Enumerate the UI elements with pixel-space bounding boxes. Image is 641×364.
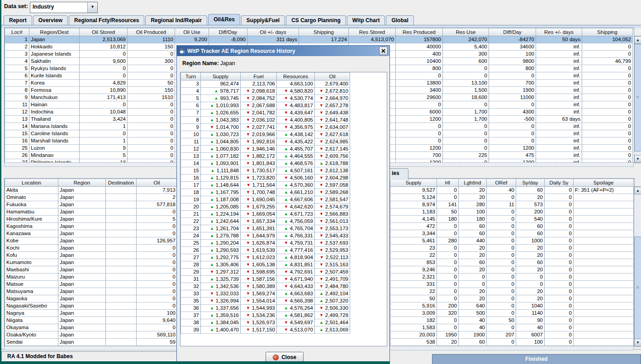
- column-header[interactable]: Loc#: [5, 28, 29, 36]
- column-header[interactable]: Location: [5, 179, 58, 187]
- column-header[interactable]: HI: [437, 179, 459, 187]
- table-row[interactable]: 39▲1,400,470▼1,517,150▼4,513,070▲2,513,0…: [181, 326, 350, 334]
- table-row[interactable]: Hiroshima/KureJapan5: [5, 216, 177, 223]
- column-header[interactable]: Oil Stored: [80, 28, 128, 36]
- table-row[interactable]: MaizuruJapan0: [5, 274, 177, 281]
- table-row[interactable]: 18204050900: [390, 317, 634, 324]
- table-row[interactable]: 19▲1,187,008▼1,690,045▲4,667,606▼2,581,5…: [181, 196, 350, 203]
- scrollbar-thumb[interactable]: ≡: [634, 236, 641, 339]
- table-row[interactable]: 35▼1,326,994▼1,554,014▼4,566,398▲2,507,3…: [181, 298, 350, 305]
- table-row[interactable]: 14▲1,093,901▼1,801,843▲4,468,576▲2,618,7…: [181, 160, 350, 167]
- table-row[interactable]: 2,32100000: [390, 274, 634, 281]
- table-row[interactable]: FukuokaJapan577,818: [5, 201, 177, 208]
- vertical-scrollbar[interactable]: ▲ ≡ ▼: [634, 186, 641, 347]
- column-header[interactable]: Oil: [137, 179, 177, 187]
- column-header[interactable]: Destination: [106, 179, 137, 187]
- column-header[interactable]: Region/Dest: [29, 28, 80, 36]
- column-header[interactable]: Sy/day: [516, 179, 545, 187]
- table-row[interactable]: 538206001000: [390, 339, 634, 346]
- table-row[interactable]: OkayamaJapan0: [5, 324, 177, 331]
- table-row[interactable]: 32▲1,342,536▼1,580,389▼4,643,433▼2,484,7…: [181, 283, 350, 290]
- horizontal-scrollbar[interactable]: [389, 346, 634, 350]
- table-row[interactable]: 4,14518018005400: [390, 216, 634, 223]
- scrollbar-thumb[interactable]: ≡: [634, 44, 641, 151]
- chevron-down-icon[interactable]: ▼: [87, 2, 97, 13]
- table-row[interactable]: 16▲1,129,815▼1,723,820▼4,506,160▼2,604,2…: [181, 175, 350, 182]
- table-row[interactable]: 38▲1,384,045▼1,526,973▼4,549,697▲2,501,4…: [181, 319, 350, 326]
- table-row[interactable]: 11▲1,044,805▼1,992,816▼4,435,422▼2,624,9…: [181, 138, 350, 146]
- column-header[interactable]: Region: [58, 179, 106, 187]
- table-row[interactable]: 10▲1,030,723▼2,019,966▲4,438,142▼2,627,6…: [181, 131, 350, 138]
- table-row[interactable]: 20▲1,205,085▼1,679,255▼4,642,620▼2,574,6…: [181, 203, 350, 211]
- table-row[interactable]: MatsuyamaJapan0: [5, 288, 177, 295]
- column-header[interactable]: Daily Sy: [545, 179, 574, 187]
- tab-cs-cargo-planning[interactable]: CS Cargo Planning: [286, 15, 346, 25]
- table-row[interactable]: Nagasaki/SaseboJapan0: [5, 303, 177, 310]
- table-row[interactable]: 12▲1,060,830▼1,946,146▲4,455,707▼2,617,1…: [181, 146, 350, 153]
- table-row[interactable]: KanazawaJapan0: [5, 230, 177, 237]
- table-row[interactable]: SendaiJapan59: [5, 339, 177, 346]
- column-header[interactable]: Oil Produced: [128, 28, 175, 36]
- tab-regional-ind-repair[interactable]: Regional Ind/Repair: [145, 15, 207, 25]
- table-row[interactable]: 26▲1,290,593▼1,619,539▲4,777,416▼2,529,9…: [181, 247, 350, 254]
- table-row[interactable]: 8,974141280115730: [390, 201, 634, 208]
- table-row[interactable]: NagoyaJapan100: [5, 310, 177, 317]
- table-row[interactable]: HamamatsuJapan0: [5, 208, 177, 216]
- table-row[interactable]: 3,3440600600: [390, 230, 634, 237]
- table-row[interactable]: 27▲1,292,775▼1,612,023▲4,818,904▼2,522,1…: [181, 254, 350, 261]
- column-header[interactable]: Diff/Day: [209, 28, 247, 36]
- column-header[interactable]: Fuel: [241, 73, 277, 80]
- tab-oil-res[interactable]: Oil&Res: [208, 14, 240, 25]
- column-header[interactable]: Turn: [181, 73, 201, 80]
- table-row[interactable]: 22▲1,242,644▼1,657,334▲4,756,059▼2,561,0…: [181, 218, 350, 225]
- table-row[interactable]: 230200200: [390, 245, 634, 252]
- tab-cities-partial[interactable]: ies: [390, 168, 408, 180]
- vertical-scrollbar[interactable]: ▲ ≡ ▼: [634, 36, 641, 163]
- table-row[interactable]: 29▼1,297,312▼1,598,695▼4,792,691▼2,507,4…: [181, 269, 350, 276]
- table-row[interactable]: 9,52702040600F: 351 (AF+P=2): [390, 187, 634, 194]
- table-row[interactable]: 20,0031950190020760070: [390, 331, 634, 339]
- horizontal-scrollbar[interactable]: [4, 346, 177, 350]
- scroll-up-button[interactable]: ▲: [634, 36, 641, 44]
- scroll-up-button[interactable]: ▲: [634, 187, 641, 194]
- column-header[interactable]: Res Produced: [396, 28, 443, 36]
- table-row[interactable]: 21▲1,224,194▼1,669,054▲4,671,723▼2,566,8…: [181, 211, 350, 218]
- tab-regional-fcty-resources[interactable]: Regional Fcty/Resources: [69, 15, 144, 25]
- table-row[interactable]: 31▲1,325,739▼1,587,156▼4,671,940▼2,491,7…: [181, 276, 350, 283]
- column-header[interactable]: Supply: [390, 179, 437, 187]
- table-row[interactable]: 4▲978,717▼2,098,618▼4,580,820▼2,672,810: [181, 88, 350, 95]
- table-row[interactable]: 37▲1,359,516▼1,534,236▲4,581,862▼2,499,7…: [181, 312, 350, 319]
- table-row[interactable]: 13▲1,077,182▼1,882,172▲4,464,555▼2,609,7…: [181, 153, 350, 160]
- table-row[interactable]: 18▲1,167,795▼1,700,748▲4,661,210▼2,589,2…: [181, 189, 350, 196]
- column-header[interactable]: Res Stored: [349, 28, 396, 36]
- table-row[interactable]: 17▲1,148,644▼1,711,564▲4,570,360▼2,597,0…: [181, 182, 350, 189]
- table-row[interactable]: 500200200: [390, 295, 634, 303]
- column-header[interactable]: Supply: [201, 73, 241, 80]
- column-header[interactable]: Oil: [315, 73, 350, 80]
- table-row[interactable]: KochiJapan0: [5, 245, 177, 252]
- table-row[interactable]: 3,009320500011400: [390, 310, 634, 317]
- table-row[interactable]: 15▲1,111,848▼1,730,517▲4,507,161▼2,612,1…: [181, 167, 350, 175]
- column-header[interactable]: Diff/Day: [489, 28, 536, 36]
- column-header[interactable]: Shipping: [582, 28, 633, 36]
- table-row[interactable]: 5▲993,745▼2,084,752▼4,530,774▼2,664,970: [181, 95, 350, 102]
- table-row[interactable]: NagaokaJapan0: [5, 295, 177, 303]
- tab-witp-chart[interactable]: Witp Chart: [347, 15, 385, 25]
- table-row[interactable]: KobeJapan126,957: [5, 237, 177, 245]
- column-header[interactable]: Spoilage: [574, 179, 634, 187]
- table-row[interactable]: 5,461280440010000: [390, 237, 634, 245]
- table-row[interactable]: 1,5830400400: [390, 324, 634, 331]
- table-row[interactable]: 7▲1,026,655▼2,041,782▼4,439,647▼2,649,43…: [181, 109, 350, 117]
- scroll-down-button[interactable]: ▼: [634, 339, 641, 346]
- table-row[interactable]: NiigataJapan9,640: [5, 317, 177, 324]
- tab-supply-fuel[interactable]: Supply&Fuel: [241, 15, 285, 25]
- column-header[interactable]: Shipping: [299, 28, 349, 36]
- dataset-combobox[interactable]: Industry ▼: [30, 2, 98, 13]
- table-row[interactable]: Osaka/KyotoJapan569,110: [5, 331, 177, 339]
- tab-global[interactable]: Global: [386, 15, 413, 25]
- close-icon[interactable]: [379, 47, 388, 55]
- column-header[interactable]: Res Use: [443, 28, 489, 36]
- table-row[interactable]: KofuJapan0: [5, 252, 177, 259]
- table-row[interactable]: 220200200: [390, 252, 634, 259]
- table-row[interactable]: 23▲1,261,704▼1,651,391▲4,765,704▼2,553,1…: [181, 225, 350, 232]
